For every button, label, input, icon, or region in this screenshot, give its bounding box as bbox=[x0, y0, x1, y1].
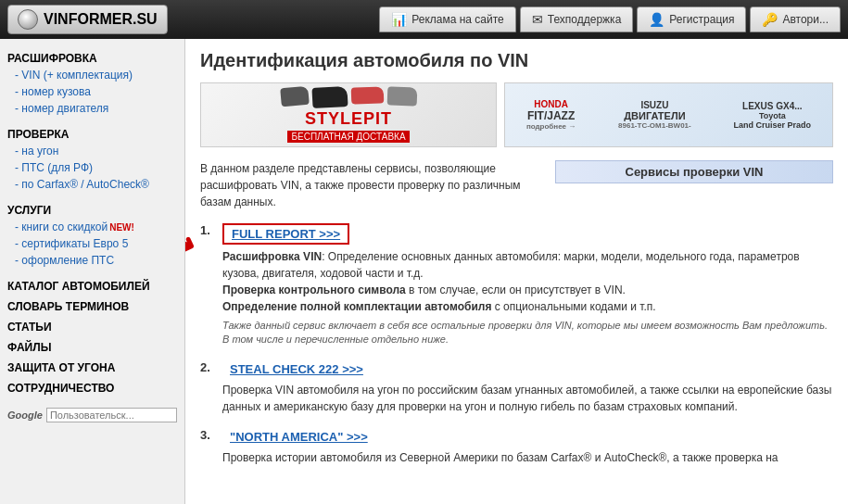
email-icon: ✉ bbox=[532, 12, 543, 27]
logo-icon bbox=[18, 9, 38, 30]
layout: РАСШИФРОВКА - VIN (+ комплектация) - ном… bbox=[0, 39, 848, 504]
logo-text: VINFORMER.SU bbox=[44, 11, 158, 28]
service-item-north-america: 3. "NORTH AMERICA" >>> Проверка истории … bbox=[200, 428, 833, 466]
sidebar-section-decoding: РАСШИФРОВКА bbox=[0, 46, 184, 67]
services-header-box: Сервисы проверки VIN bbox=[555, 160, 833, 183]
service-2-link[interactable]: STEAL CHECK 222 >>> bbox=[222, 360, 371, 378]
bar-chart-icon: 📊 bbox=[391, 12, 407, 27]
service-3-link[interactable]: "NORTH AMERICA" >>> bbox=[222, 428, 375, 446]
service-1-note: Также данный сервис включает в себя все … bbox=[200, 319, 833, 347]
new-badge: NEW! bbox=[109, 222, 134, 233]
services-list: ➜ 1. FULL REPORT >>> Расшифровка VIN: Оп… bbox=[200, 223, 833, 466]
sidebar-section-catalog[interactable]: КАТАЛОГ АВТОМОБИЛЕЙ bbox=[0, 274, 184, 295]
main-content: Идентификация автомобиля по VIN STYLEPIT… bbox=[185, 39, 848, 504]
banner-brand: STYLEPIT bbox=[305, 109, 392, 129]
service-2-number: 2. bbox=[200, 360, 215, 374]
user-icon: 👤 bbox=[649, 12, 664, 27]
banner-tagline: БЕСПЛАТНАЯ ДОСТАВКА bbox=[287, 131, 409, 143]
sidebar-item-vin-decode[interactable]: - VIN (+ комплектация) bbox=[0, 67, 184, 83]
sidebar-section-services: УСЛУГИ bbox=[0, 198, 184, 219]
sidebar-section-check: ПРОВЕРКА bbox=[0, 122, 184, 143]
sidebar-section-cooperation[interactable]: СОТРУДНИЧЕСТВО bbox=[0, 376, 184, 397]
nav-tabs: 📊 Реклама на сайте ✉ Техподдержка 👤 Реги… bbox=[186, 6, 841, 32]
sidebar-item-body-number[interactable]: - номер кузова bbox=[0, 83, 184, 100]
service-item-full-report: 1. FULL REPORT >>> Расшифровка VIN: Опре… bbox=[200, 223, 833, 347]
key-icon: 🔑 bbox=[762, 12, 778, 27]
sidebar-section-files[interactable]: ФАЙЛЫ bbox=[0, 335, 184, 356]
tab-authors-label: Автори... bbox=[782, 13, 829, 26]
service-2-desc: Проверка VIN автомобиля на угон по росси… bbox=[200, 382, 833, 415]
sidebar-search-area: Google bbox=[0, 404, 184, 426]
services-header-label: Сервисы проверки VIN bbox=[555, 160, 833, 183]
sidebar-item-books-label: - книги со скидкой bbox=[15, 220, 108, 233]
service-1-bold-1: Расшифровка VIN bbox=[222, 250, 322, 263]
sidebar-search-input[interactable] bbox=[46, 408, 177, 422]
logo[interactable]: VINFORMER.SU bbox=[7, 5, 168, 34]
page-title: Идентификация автомобиля по VIN bbox=[200, 50, 833, 71]
header: VINFORMER.SU 📊 Реклама на сайте ✉ Техпод… bbox=[0, 0, 848, 39]
sidebar-section-protection[interactable]: ЗАЩИТА ОТ УГОНА bbox=[0, 356, 184, 376]
tab-registration[interactable]: 👤 Регистрация bbox=[637, 6, 746, 32]
service-1-number: 1. bbox=[200, 223, 215, 237]
google-logo: Google bbox=[7, 410, 43, 421]
sidebar-item-stolen[interactable]: - на угон bbox=[0, 143, 184, 159]
service-3-number: 3. bbox=[200, 428, 215, 442]
banner-left[interactable]: STYLEPIT БЕСПЛАТНАЯ ДОСТАВКА bbox=[200, 82, 497, 147]
tab-support[interactable]: ✉ Техподдержка bbox=[520, 6, 634, 32]
sidebar-item-pts-reg[interactable]: - оформление ПТС bbox=[0, 252, 184, 269]
service-2-row: 2. STEAL CHECK 222 >>> bbox=[200, 360, 833, 378]
service-1-bold-2: Проверка контрольного символа bbox=[222, 284, 406, 296]
service-1-link[interactable]: FULL REPORT >>> bbox=[222, 223, 349, 245]
sidebar-item-carfax[interactable]: - по Carfax® / AutoCheck® bbox=[0, 176, 184, 193]
sidebar-item-euro5[interactable]: - сертификаты Евро 5 bbox=[0, 235, 184, 252]
service-item-steal-check: 2. STEAL CHECK 222 >>> Проверка VIN авто… bbox=[200, 360, 833, 415]
sidebar-item-engine-number[interactable]: - номер двигателя bbox=[0, 100, 184, 117]
service-1-desc: Расшифровка VIN: Определение основных да… bbox=[200, 248, 833, 315]
sidebar-item-pts[interactable]: - ПТС (для РФ) bbox=[0, 159, 184, 176]
service-3-row: 3. "NORTH AMERICA" >>> bbox=[200, 428, 833, 446]
service-1-row: 1. FULL REPORT >>> bbox=[200, 223, 833, 245]
tab-authors[interactable]: 🔑 Автори... bbox=[750, 6, 841, 32]
service-3-desc: Проверка истории автомобиля из Северной … bbox=[200, 449, 833, 466]
banner-right[interactable]: HONDA FIT/JAZZ подробнее → ISUZU ДВИГАТЕ… bbox=[504, 82, 833, 147]
banner-car-lexus: LEXUS GX4... Toyota Land Cruiser Prado bbox=[734, 101, 812, 130]
banner-row: STYLEPIT БЕСПЛАТНАЯ ДОСТАВКА HONDA FIT/J… bbox=[200, 82, 833, 147]
tab-support-label: Техподдержка bbox=[548, 13, 622, 26]
tab-advertising[interactable]: 📊 Реклама на сайте bbox=[379, 6, 516, 32]
arrow-indicator: ➜ bbox=[185, 224, 200, 262]
sidebar-section-glossary[interactable]: СЛОВАРЬ ТЕРМИНОВ bbox=[0, 295, 184, 315]
tab-registration-label: Регистрация bbox=[669, 13, 734, 26]
tab-advertising-label: Реклама на сайте bbox=[411, 13, 504, 26]
sidebar-item-books[interactable]: - книги со скидкойNEW! bbox=[0, 219, 184, 235]
service-1-bold-3: Определение полной комплектации автомоби… bbox=[222, 300, 491, 313]
sidebar: РАСШИФРОВКА - VIN (+ комплектация) - ном… bbox=[0, 39, 185, 504]
banner-car-isuzu: ISUZU ДВИГАТЕЛИ 8961-TC-OM1-BW01- bbox=[618, 100, 691, 130]
sidebar-section-articles[interactable]: СТАТЬИ bbox=[0, 315, 184, 335]
banner-car-honda: HONDA FIT/JAZZ подробнее → bbox=[526, 99, 576, 131]
